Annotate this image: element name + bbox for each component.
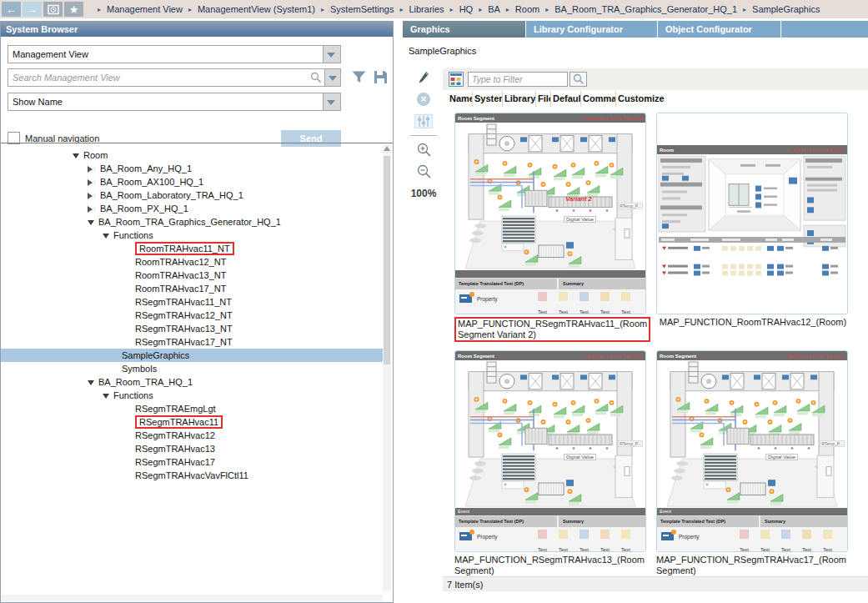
graphic-thumbnail-rsegmtrahvac17[interactable]: Room SegmentSegment is set to 'Not Used'… bbox=[656, 350, 848, 552]
rtemp-label: RTemp_P... bbox=[820, 440, 844, 447]
search-input[interactable] bbox=[8, 68, 341, 87]
graphic-thumbnail-rsegmtrahvac11[interactable]: Room SegmentSegment is set to 'Not Used'… bbox=[454, 113, 646, 314]
zoom-in-icon[interactable] bbox=[405, 139, 442, 161]
filter-toolbar bbox=[443, 68, 868, 90]
edit-pen-icon[interactable] bbox=[405, 67, 442, 88]
tab-object-configurator[interactable]: Object Configurator bbox=[658, 21, 781, 38]
forward-icon[interactable]: → bbox=[23, 2, 42, 17]
thumb-header-title: Room bbox=[660, 148, 674, 153]
tree-item-RoomTRAHvac17_NT[interactable]: RoomTRAHvac17_NT bbox=[1, 282, 384, 295]
thumbnail-preview-image: Digital Value RTemp_P... bbox=[657, 360, 847, 508]
history-icon[interactable] bbox=[43, 2, 63, 17]
view-selector-dropdown[interactable]: Management View bbox=[8, 45, 341, 63]
collapse-icon[interactable] bbox=[103, 394, 109, 399]
tree-item-BA_Room_Laboratory_TRA_HQ_1[interactable]: BA_Room_Laboratory_TRA_HQ_1 bbox=[1, 188, 384, 202]
chevron-down-icon[interactable] bbox=[323, 93, 340, 110]
tree-item-RSegmTRAEmgLgt[interactable]: RSegmTRAEmgLgt bbox=[1, 402, 384, 415]
tree-item-Functions[interactable]: Functions bbox=[1, 389, 384, 402]
tree-item-RSegmTRAHvac13[interactable]: RSegmTRAHvac13 bbox=[1, 442, 384, 455]
tree-item-RSegmTRAHvac12[interactable]: RSegmTRAHvac12 bbox=[1, 429, 384, 442]
breadcrumb-item[interactable]: Room bbox=[515, 4, 539, 14]
filter-icon[interactable] bbox=[351, 70, 367, 88]
expand-icon[interactable] bbox=[88, 166, 95, 173]
template-label: Template Translated Text (DP) bbox=[455, 279, 559, 289]
expand-icon[interactable] bbox=[88, 179, 95, 186]
tree-item-BA_Room_TRA_HQ_1[interactable]: BA_Room_TRA_HQ_1 bbox=[1, 375, 384, 389]
graphic-thumbnail-roomtrahvac12[interactable]: RoomRoom is set to 'Not Used' bbox=[656, 113, 848, 314]
chevron-down-icon[interactable] bbox=[323, 46, 340, 63]
scroll-up-icon[interactable] bbox=[384, 146, 390, 151]
column-header-file[interactable]: File bbox=[536, 91, 551, 107]
clear-icon[interactable]: × bbox=[405, 88, 442, 110]
tree-item-Room[interactable]: Room bbox=[1, 148, 384, 162]
favorites-icon[interactable]: ★ bbox=[64, 2, 83, 17]
breadcrumb-item[interactable]: Management View bbox=[107, 4, 183, 14]
collapse-icon[interactable] bbox=[88, 380, 94, 385]
summary-label: Summary bbox=[760, 516, 847, 527]
breadcrumb-item[interactable]: BA_Room_TRA_Graphics_Generator_HQ_1 bbox=[554, 4, 737, 14]
column-header-default[interactable]: Default bbox=[551, 91, 581, 107]
tree-vertical-scrollbar[interactable] bbox=[383, 144, 391, 591]
column-header-command[interactable]: Command bbox=[581, 91, 616, 107]
breadcrumb-item[interactable]: SampleGraphics bbox=[752, 4, 820, 14]
highlight-box: MAP_FUNCTION_RSegmTRAHvac11_(Room Segmen… bbox=[454, 317, 650, 342]
tree-item-BA_Room_TRA_Graphics_Generator_HQ_1[interactable]: BA_Room_TRA_Graphics_Generator_HQ_1 bbox=[1, 215, 384, 229]
tree-item-RoomTRAHvac12_NT[interactable]: RoomTRAHvac12_NT bbox=[1, 255, 384, 269]
column-header-library[interactable]: Library bbox=[503, 91, 536, 107]
expand-icon[interactable] bbox=[88, 193, 95, 199]
tree-item-Symbols[interactable]: Symbols bbox=[1, 362, 384, 375]
column-header-name[interactable]: Name bbox=[448, 91, 473, 107]
search-options-icon[interactable] bbox=[324, 68, 341, 87]
breadcrumb-item[interactable]: SystemSettings bbox=[330, 4, 394, 14]
tree-item-RSegmTRAHvac11[interactable]: RSegmTRAHvac11 bbox=[1, 415, 384, 429]
filter-input[interactable] bbox=[468, 72, 568, 87]
tree-item-RSegmTRAHvac12_NT[interactable]: RSegmTRAHvac12_NT bbox=[1, 309, 384, 322]
display-mode-dropdown[interactable]: Show Name bbox=[8, 93, 341, 111]
tree-horizontal-scrollbar[interactable] bbox=[1, 595, 383, 601]
thumbnail-caption: MAP_FUNCTION_RSegmTRAHvac17_(Room Segmen… bbox=[656, 555, 850, 576]
breadcrumb-separator-icon: ▸ bbox=[479, 6, 482, 13]
save-icon[interactable] bbox=[374, 70, 388, 88]
variant-label: Variant 2 bbox=[565, 195, 591, 203]
column-header-system[interactable]: System bbox=[473, 91, 503, 107]
tree-item-BA_Room_Any_HQ_1[interactable]: BA_Room_Any_HQ_1 bbox=[1, 162, 384, 175]
thumbnail-caption: MAP_FUNCTION_RSegmTRAHvac11_(Room Segmen… bbox=[454, 317, 648, 342]
tree-item-BA_Room_AX100_HQ_1[interactable]: BA_Room_AX100_HQ_1 bbox=[1, 175, 384, 188]
tab-graphics[interactable]: Graphics bbox=[403, 21, 526, 38]
breadcrumb-item[interactable]: HQ bbox=[459, 4, 474, 14]
tree-item-SampleGraphics[interactable]: SampleGraphics bbox=[1, 349, 384, 362]
tab-library-configurator[interactable]: Library Configurator bbox=[526, 21, 658, 38]
zoom-out-icon[interactable] bbox=[405, 161, 442, 183]
breadcrumb-item[interactable]: ManagementView (System1) bbox=[198, 4, 315, 14]
filter-search-button[interactable] bbox=[569, 72, 587, 87]
breadcrumb-item[interactable]: BA bbox=[488, 4, 500, 14]
tree-item-RSegmTRAHvac13_NT[interactable]: RSegmTRAHvac13_NT bbox=[1, 322, 384, 335]
tree-item-RSegmTRAHvacVavFlCtl11[interactable]: RSegmTRAHvacVavFlCtl11 bbox=[1, 469, 384, 482]
digital-value-label: Digital Value bbox=[564, 216, 596, 223]
tree-item-Functions[interactable]: Functions bbox=[1, 229, 384, 242]
tree-item-RSegmTRAHvac17[interactable]: RSegmTRAHvac17 bbox=[1, 455, 384, 469]
collapse-icon[interactable] bbox=[88, 220, 94, 225]
breadcrumb-separator-icon: ▸ bbox=[399, 6, 403, 13]
property-label: Property bbox=[477, 534, 498, 540]
view-mode-grid-icon[interactable] bbox=[449, 72, 464, 90]
rtemp-label: RTemp_P... bbox=[618, 203, 642, 209]
property-label: Property bbox=[679, 534, 700, 540]
back-icon[interactable]: ← bbox=[2, 2, 21, 17]
column-header-customize[interactable]: Customize bbox=[616, 91, 668, 107]
collapse-icon[interactable] bbox=[103, 234, 109, 239]
breadcrumb-item[interactable]: Libraries bbox=[409, 4, 444, 14]
collapse-icon[interactable] bbox=[73, 153, 79, 158]
property-label: Property bbox=[477, 296, 498, 302]
tree-item-RSegmTRAHvac11_NT[interactable]: RSegmTRAHvac11_NT bbox=[1, 295, 384, 309]
tree-item-BA_Room_PX_HQ_1[interactable]: BA_Room_PX_HQ_1 bbox=[1, 202, 384, 215]
view-selector-value: Management View bbox=[13, 49, 88, 59]
tree-item-RoomTRAHvac13_NT[interactable]: RoomTRAHvac13_NT bbox=[1, 269, 384, 282]
thumbnail-caption: MAP_FUNCTION_RSegmTRAHvac13_(Room Segmen… bbox=[454, 555, 648, 576]
graphic-thumbnail-rsegmtrahvac13[interactable]: Room SegmentSegment is set to 'Not Used'… bbox=[454, 350, 646, 552]
breadcrumb-separator-icon: ▸ bbox=[188, 6, 192, 13]
tree-item-RSegmTRAHvac17_NT[interactable]: RSegmTRAHvac17_NT bbox=[1, 335, 384, 349]
expand-icon[interactable] bbox=[88, 206, 95, 213]
tree-item-RoomTRAHvac11_NT[interactable]: RoomTRAHvac11_NT bbox=[1, 242, 384, 255]
settings-sliders-icon[interactable] bbox=[405, 110, 442, 132]
